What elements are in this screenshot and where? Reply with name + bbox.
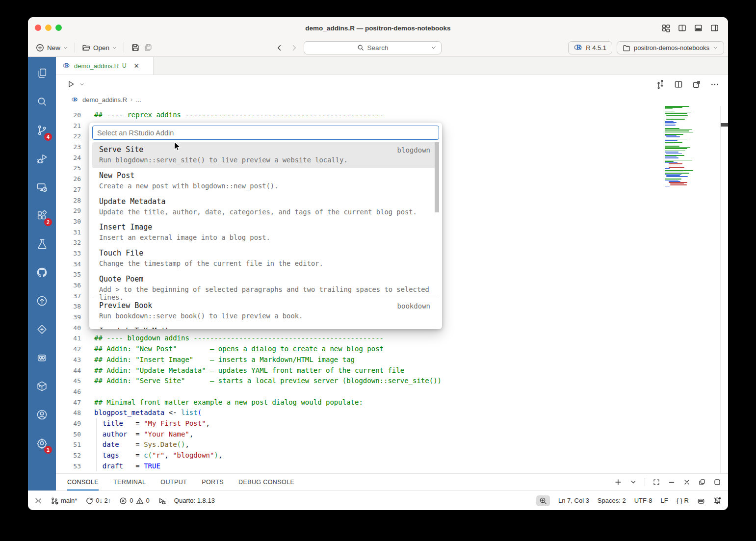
close-icon[interactable] (683, 478, 691, 486)
sidebar-item-publish[interactable] (28, 286, 56, 315)
sidebar-item-explorer[interactable] (28, 59, 56, 87)
status-item[interactable]: { } R (677, 497, 689, 504)
sidebar-item-settings[interactable]: 1 (28, 429, 56, 457)
breadcrumb-symbol-ellipsis[interactable]: ... (136, 96, 141, 103)
run-options-chevron-icon[interactable] (79, 82, 84, 87)
code-line[interactable]: 49 title = "My First Post", (56, 418, 728, 429)
status-item-git-branch[interactable]: main* (51, 497, 77, 505)
code-line[interactable]: 20## ---- reprex addins ----------------… (56, 110, 728, 121)
status-label: Spaces: 2 (598, 497, 626, 504)
status-item-zoom-in[interactable] (536, 495, 550, 506)
screen-full-icon[interactable] (652, 478, 660, 486)
frame-icon[interactable] (713, 478, 721, 486)
panel-tab-debug-console[interactable]: DEBUG CONSOLE (238, 474, 294, 490)
more-actions-icon[interactable] (710, 80, 719, 89)
search-placeholder: Search (367, 44, 389, 52)
sidebar-item-source-control[interactable]: 4 (28, 116, 56, 144)
workspace-selector[interactable]: positron-demos-notebooks (617, 41, 724, 54)
panel-tab-terminal[interactable]: TERMINAL (113, 474, 146, 490)
global-search-input[interactable]: Search (304, 41, 442, 54)
navigate-back-button[interactable] (274, 43, 284, 52)
code-line[interactable]: 52 tags = c("r", "blogdown"), (56, 450, 728, 461)
code-line[interactable]: 44## Addin: "Update Metadata" — updates … (56, 365, 728, 376)
minimap[interactable] (665, 106, 707, 187)
status-item[interactable]: Ln 7, Col 3 (558, 497, 589, 504)
status-item-error[interactable]: 00 (119, 497, 149, 505)
layout-customize-icon[interactable] (661, 24, 671, 32)
status-item-debug[interactable] (158, 497, 166, 505)
mouse-cursor (172, 141, 182, 153)
split-editor-icon[interactable] (674, 80, 683, 89)
status-item-bell-slash[interactable] (713, 497, 721, 505)
status-item[interactable]: LF (661, 497, 668, 504)
sidebar-item-sessions[interactable] (28, 173, 56, 201)
split-editor-icon[interactable] (678, 24, 687, 32)
add-icon[interactable] (614, 478, 622, 486)
line-number: 27 (56, 184, 81, 195)
new-button[interactable]: New (34, 44, 70, 52)
sidebar-item-ai-sparkle[interactable] (28, 315, 56, 343)
addin-option[interactable]: Serve SiteblogdownRun blogdown::serve_si… (92, 142, 439, 168)
code-line[interactable]: 48blogpost_metadata <- list( (56, 408, 728, 418)
status-item-remote-indicator[interactable] (34, 497, 42, 505)
save-all-button[interactable] (142, 43, 155, 52)
code-line[interactable]: 51 date = Sys.Date(), (56, 439, 728, 450)
breadcrumb[interactable]: R demo_addins.R › ... (56, 93, 728, 106)
sidebar-item-account[interactable] (28, 400, 56, 429)
divider (645, 478, 645, 486)
status-item[interactable]: Quarto: 1.8.13 (174, 497, 215, 504)
overview-ruler[interactable] (720, 106, 728, 473)
quickpick-scrollbar[interactable] (435, 142, 439, 212)
code-text: ## Addin: "New Post" — opens a dialog to… (81, 344, 384, 355)
sidebar-item-search[interactable] (28, 87, 56, 116)
open-button[interactable]: Open (80, 44, 119, 52)
code-line[interactable]: 41## ---- blogdown addins --------------… (56, 333, 728, 344)
addin-option[interactable]: Update MetadataUpdate the title, author,… (92, 194, 439, 220)
sidebar-item-assistant-robot[interactable] (28, 343, 56, 372)
sidebar-item-run-debug[interactable] (28, 144, 56, 173)
code-line[interactable]: 53 draft = TRUE (56, 461, 728, 472)
sidebar-item-github[interactable] (28, 258, 56, 286)
addin-option[interactable]: Input LaTeX Math (92, 324, 439, 329)
status-item-copilot[interactable] (697, 497, 705, 505)
panel-tab-output[interactable]: OUTPUT (160, 474, 187, 490)
line-number: 32 (56, 237, 81, 248)
panel-tab-console[interactable]: CONSOLE (67, 474, 99, 490)
addin-option[interactable]: Preview BookbookdownRun bookdown::serve_… (92, 298, 439, 324)
restore-icon[interactable] (698, 478, 706, 486)
breadcrumb-filename[interactable]: demo_addins.R (82, 96, 127, 103)
interpreter-selector[interactable]: R R 4.5.1 (568, 41, 612, 54)
run-file-button[interactable] (67, 80, 75, 88)
addin-option[interactable]: Quote PoemAdd > to the beginning of sele… (92, 272, 439, 298)
panel-bottom-icon[interactable] (694, 24, 703, 32)
status-label: { } R (677, 497, 689, 504)
addin-option[interactable]: Touch FileChange the timestamp of the cu… (92, 246, 439, 272)
chevron-down-icon[interactable] (629, 478, 637, 486)
code-line[interactable]: 47## Minimal front matter example a new … (56, 397, 728, 408)
sidebar-item-package[interactable] (28, 372, 56, 400)
compare-changes-icon[interactable] (656, 80, 665, 89)
code-line[interactable]: 50 author = "Your Name", (56, 429, 728, 440)
code-line[interactable]: 45## Addin: "Serve Site" — starts a loca… (56, 376, 728, 386)
code-line[interactable]: 46 (56, 386, 728, 397)
addin-filter-input[interactable] (92, 126, 439, 140)
status-item-sync[interactable]: 0↓ 2↑ (85, 497, 111, 505)
open-external-icon[interactable] (692, 80, 701, 89)
save-button[interactable] (129, 43, 142, 52)
navigate-forward-button[interactable] (289, 43, 299, 52)
panel-tab-ports[interactable]: PORTS (202, 474, 224, 490)
status-item[interactable]: Spaces: 2 (598, 497, 626, 504)
line-number: 37 (56, 291, 81, 302)
close-tab-icon[interactable]: ✕ (134, 62, 139, 70)
code-editor[interactable]: 20## ---- reprex addins ----------------… (56, 106, 728, 473)
minimize-icon[interactable] (668, 478, 676, 486)
sidebar-item-testing[interactable] (28, 230, 56, 258)
addin-option[interactable]: New PostCreate a new post with blogdown:… (92, 168, 439, 194)
code-line[interactable]: 42## Addin: "New Post" — opens a dialog … (56, 344, 728, 355)
addin-option[interactable]: Insert ImageInsert an external image int… (92, 220, 439, 246)
code-line[interactable]: 43## Addin: "Insert Image" — inserts a M… (56, 355, 728, 365)
tab-demo-addins[interactable]: R demo_addins.R U ✕ (56, 57, 154, 75)
status-item[interactable]: UTF-8 (634, 497, 652, 504)
sidebar-item-extensions[interactable]: 2 (28, 201, 56, 230)
sidebar-right-icon[interactable] (710, 24, 719, 32)
